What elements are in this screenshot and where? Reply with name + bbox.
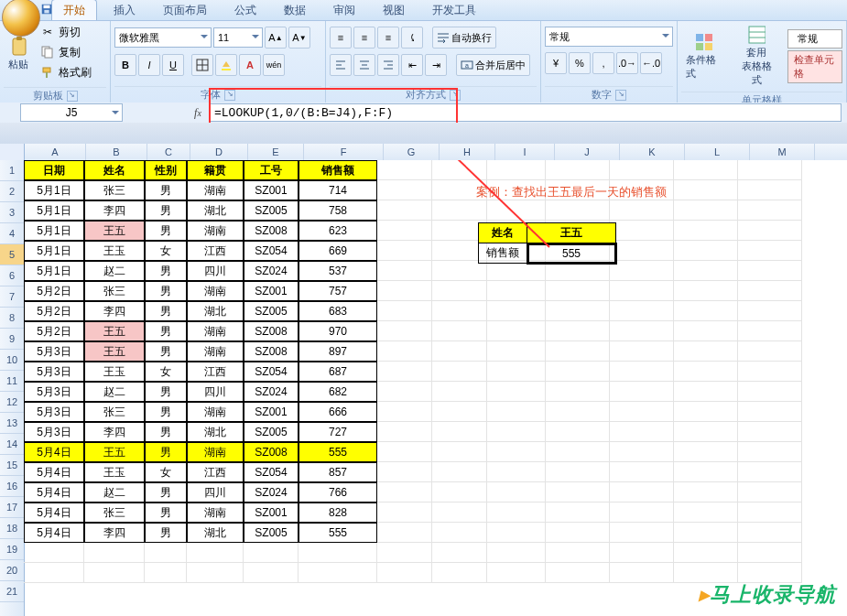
cell-F5[interactable]: 669 [299,241,377,261]
copy-button[interactable]: 复制 [38,43,92,61]
menu-tab-审阅[interactable]: 审阅 [322,0,366,21]
cell-G18[interactable] [377,503,432,523]
increase-decimal-button[interactable]: .0→ [616,52,638,74]
cell-C5[interactable]: 女 [145,241,187,261]
row-header-19[interactable]: 19 [0,539,24,560]
row-header-11[interactable]: 11 [0,371,24,392]
cell-B14[interactable]: 李四 [84,422,145,442]
cell-D3[interactable]: 湖北 [187,200,244,221]
cell-B19[interactable]: 李四 [84,523,145,543]
cell-E1[interactable]: 工号 [244,160,299,180]
menu-tab-开始[interactable]: 开始 [51,0,97,22]
cell-K4[interactable] [610,221,674,241]
cell-B17[interactable]: 赵二 [84,482,145,503]
cell-G8[interactable] [377,301,432,321]
row-header-21[interactable]: 21 [0,581,24,602]
cell-B20[interactable] [84,543,145,563]
cell-J14[interactable] [546,422,610,442]
col-header-F[interactable]: F [304,144,384,160]
save-icon[interactable] [40,3,53,16]
merge-center-button[interactable]: a合并后居中 [456,54,530,76]
cell-E10[interactable]: SZ008 [244,341,299,362]
cell-C16[interactable]: 女 [145,462,187,482]
cell-A21[interactable] [24,563,84,583]
cell-M3[interactable] [738,200,802,221]
cell-L3[interactable] [674,200,738,221]
cell-H13[interactable] [432,402,487,422]
cell-G12[interactable] [377,382,432,402]
cell-J16[interactable] [546,462,610,482]
cell-M9[interactable] [738,321,802,341]
align-left-button[interactable] [330,54,352,76]
cell-D1[interactable]: 籍贯 [187,160,244,180]
cell-I20[interactable] [487,543,546,563]
increase-indent-button[interactable]: ⇥ [425,54,447,76]
cell-H21[interactable] [432,563,487,583]
cell-I18[interactable] [487,503,546,523]
cell-E3[interactable]: SZ005 [244,200,299,221]
cell-D21[interactable] [187,563,244,583]
cell-J10[interactable] [546,341,610,362]
cell-K6[interactable] [610,261,674,281]
row-header-12[interactable]: 12 [0,392,24,413]
mini-sales-value[interactable]: 555 [527,243,616,264]
cell-J7[interactable] [546,281,610,301]
cell-M21[interactable] [738,563,802,583]
cell-E17[interactable]: SZ024 [244,482,299,503]
cell-F2[interactable]: 714 [299,180,377,200]
dialog-launcher-icon[interactable]: ↘ [224,90,235,101]
cell-L14[interactable] [674,422,738,442]
cell-M6[interactable] [738,261,802,281]
cell-L20[interactable] [674,543,738,563]
col-header-A[interactable]: A [25,144,86,160]
cell-L18[interactable] [674,503,738,523]
cell-H3[interactable] [432,200,487,221]
cell-H17[interactable] [432,482,487,503]
cell-J20[interactable] [546,543,610,563]
cell-C20[interactable] [145,543,187,563]
cell-C3[interactable]: 男 [145,200,187,221]
italic-button[interactable]: I [138,54,160,76]
cell-I8[interactable] [487,301,546,321]
cell-B18[interactable]: 张三 [84,503,145,523]
cell-B13[interactable]: 张三 [84,402,145,422]
cell-G11[interactable] [377,362,432,382]
cell-B9[interactable]: 王五 [84,321,145,341]
cell-I12[interactable] [487,382,546,402]
cell-G7[interactable] [377,281,432,301]
cell-B10[interactable]: 王五 [84,341,145,362]
fill-color-button[interactable] [215,54,237,76]
cell-E7[interactable]: SZ001 [244,281,299,301]
phonetic-button[interactable]: wén [263,54,285,76]
cell-K10[interactable] [610,341,674,362]
cell-C21[interactable] [145,563,187,583]
cell-I3[interactable] [487,200,546,221]
cell-L11[interactable] [674,362,738,382]
cell-D15[interactable]: 湖南 [187,442,244,462]
cell-K12[interactable] [610,382,674,402]
cell-I14[interactable] [487,422,546,442]
cell-I9[interactable] [487,321,546,341]
cell-E8[interactable]: SZ005 [244,301,299,321]
cell-D11[interactable]: 江西 [187,362,244,382]
cell-B7[interactable]: 张三 [84,281,145,301]
cell-E19[interactable]: SZ005 [244,523,299,543]
cell-I11[interactable] [487,362,546,382]
row-header-7[interactable]: 7 [0,286,24,308]
col-header-D[interactable]: D [190,144,248,160]
cell-B6[interactable]: 赵二 [84,261,145,281]
menu-tab-开发工具[interactable]: 开发工具 [421,0,487,21]
cell-G3[interactable] [377,200,432,221]
cell-L19[interactable] [674,523,738,543]
cell-C6[interactable]: 男 [145,261,187,281]
cell-G2[interactable] [377,180,432,200]
cell-D5[interactable]: 江西 [187,241,244,261]
cell-H16[interactable] [432,462,487,482]
cell-A7[interactable]: 5月2日 [24,281,84,301]
row-header-8[interactable]: 8 [0,308,24,329]
cell-F19[interactable]: 555 [299,523,377,543]
cell-I16[interactable] [487,462,546,482]
cell-K13[interactable] [610,402,674,422]
cell-L12[interactable] [674,382,738,402]
cell-B4[interactable]: 王五 [84,221,145,241]
